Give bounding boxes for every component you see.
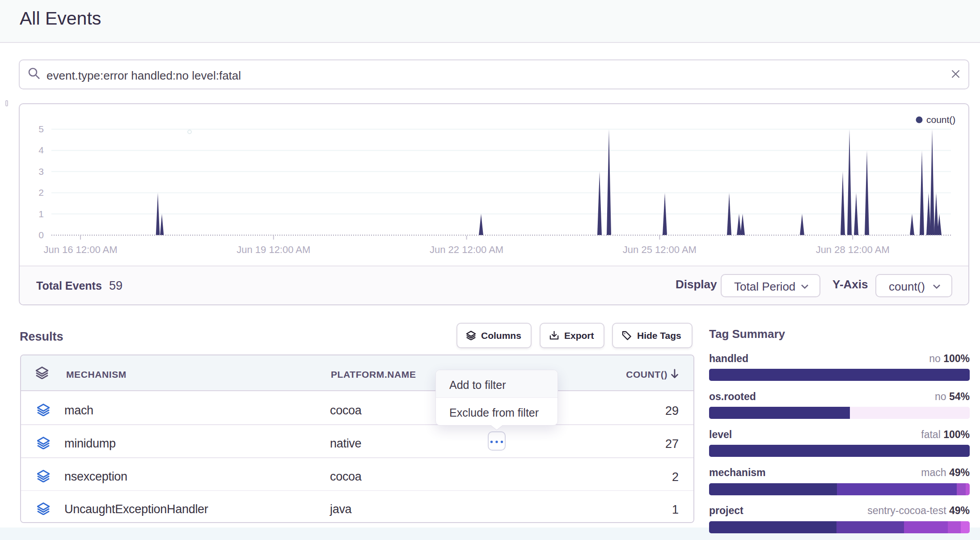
svg-text:Jun 16 12:00 AM: Jun 16 12:00 AM — [43, 244, 117, 255]
svg-text:count(): count() — [926, 114, 955, 125]
svg-text:0: 0 — [38, 230, 44, 240]
svg-text:Jun 25 12:00 AM: Jun 25 12:00 AM — [623, 244, 697, 255]
svg-text:5: 5 — [38, 124, 44, 134]
svg-text:3: 3 — [38, 166, 44, 177]
svg-text:2: 2 — [38, 187, 44, 198]
svg-text:Jun 19 12:00 AM: Jun 19 12:00 AM — [237, 244, 310, 255]
svg-text:4: 4 — [38, 145, 44, 155]
svg-text:Jun 28 12:00 AM: Jun 28 12:00 AM — [816, 244, 890, 255]
svg-text:Jun 22 12:00 AM: Jun 22 12:00 AM — [430, 244, 503, 255]
svg-text:1: 1 — [38, 209, 44, 219]
